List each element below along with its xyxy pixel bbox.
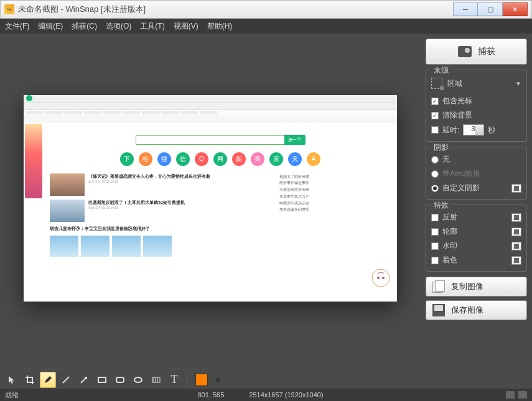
delay-spinner[interactable]: 3 bbox=[463, 124, 484, 136]
watermark-settings-button[interactable] bbox=[511, 242, 521, 251]
delay-unit: 秒 bbox=[488, 125, 495, 136]
tint-checkbox[interactable] bbox=[431, 257, 439, 264]
svg-point-1 bbox=[377, 277, 380, 279]
shadow-group: 阴影 无 带Aero效果 自定义阴影 bbox=[426, 147, 527, 200]
shadow-none-label: 无 bbox=[442, 154, 450, 165]
drawing-toolbar: T bbox=[0, 369, 421, 390]
contour-settings-button[interactable] bbox=[511, 228, 521, 236]
brush-size-indicator[interactable] bbox=[216, 378, 220, 382]
window-buttons: ─ ▢ ✕ bbox=[453, 2, 528, 16]
shadow-settings-button[interactable] bbox=[511, 184, 521, 193]
canvas-area[interactable]: 按一下 下格搜信Q网新美应天A 《择天记》落落虐恋师父令人心疼，甘心为爱牺牲成长… bbox=[0, 34, 421, 375]
svg-point-2 bbox=[382, 277, 385, 279]
chevron-down-icon: ▼ bbox=[515, 80, 521, 87]
copy-image-button[interactable]: 复制图像 bbox=[426, 277, 527, 297]
save-image-button[interactable]: 保存图像 bbox=[426, 300, 527, 320]
save-label: 保存图像 bbox=[451, 305, 483, 316]
menu-bar: 文件(F) 编辑(E) 捕获(C) 选项(O) 工具(T) 视图(V) 帮助(H… bbox=[0, 19, 532, 34]
delay-checkbox[interactable] bbox=[431, 126, 439, 134]
svg-rect-6 bbox=[116, 377, 124, 382]
status-icon-1[interactable] bbox=[506, 391, 515, 399]
tint-settings-button[interactable] bbox=[511, 256, 521, 265]
title-bar: 未命名截图 - WinSnap [未注册版本] ─ ▢ ✕ bbox=[0, 0, 532, 19]
contour-label: 轮廓 bbox=[442, 226, 457, 237]
color-swatch[interactable] bbox=[195, 374, 208, 386]
source-mode-dropdown[interactable]: 区域 ▼ bbox=[431, 75, 521, 94]
svg-rect-5 bbox=[98, 377, 106, 382]
menu-tools[interactable]: 工具(T) bbox=[140, 21, 164, 32]
shadow-aero-radio bbox=[431, 170, 439, 178]
rounded-rect-tool[interactable] bbox=[112, 372, 128, 388]
arrow-tool[interactable] bbox=[76, 372, 92, 388]
status-ready: 就绪 bbox=[5, 390, 19, 400]
pointer-tool[interactable] bbox=[4, 372, 20, 388]
copy-icon bbox=[432, 280, 445, 293]
reflection-label: 反射 bbox=[442, 212, 457, 223]
pen-tool[interactable] bbox=[40, 372, 56, 388]
ellipse-tool[interactable] bbox=[130, 372, 146, 388]
source-title: 来源 bbox=[431, 65, 451, 76]
blur-tool[interactable] bbox=[148, 372, 164, 388]
clear-bg-checkbox[interactable]: ✓ bbox=[431, 112, 439, 119]
close-button[interactable]: ✕ bbox=[503, 2, 528, 16]
maximize-button[interactable]: ▢ bbox=[478, 2, 503, 16]
app-icon bbox=[4, 4, 14, 14]
crop-tool[interactable] bbox=[22, 372, 38, 388]
reflection-checkbox[interactable] bbox=[431, 214, 439, 221]
svg-line-3 bbox=[63, 377, 69, 383]
include-cursor-label: 包含光标 bbox=[442, 96, 472, 106]
save-icon bbox=[432, 304, 445, 316]
delay-label: 延时: bbox=[442, 125, 459, 136]
shadow-none-radio[interactable] bbox=[431, 156, 439, 164]
effects-group: 特效 反射 轮廓 水印 着色 bbox=[426, 205, 527, 272]
side-panel: 捕获 来源 区域 ▼ ✓ 包含光标 ✓ 清除背景 延时: 3 秒 阴影 无 bbox=[421, 34, 532, 375]
shadow-title: 阴影 bbox=[431, 142, 451, 153]
menu-help[interactable]: 帮助(H) bbox=[207, 21, 233, 32]
watermark-label: 水印 bbox=[442, 241, 457, 251]
text-tool[interactable]: T bbox=[166, 372, 182, 388]
watermark-checkbox[interactable] bbox=[431, 242, 439, 250]
reflection-settings-button[interactable] bbox=[511, 213, 521, 222]
toolbar-separator bbox=[187, 373, 187, 387]
region-icon bbox=[431, 78, 442, 89]
status-icon-2[interactable] bbox=[518, 391, 527, 399]
menu-view[interactable]: 视图(V) bbox=[174, 21, 198, 32]
copy-label: 复制图像 bbox=[451, 281, 483, 292]
shadow-custom-radio[interactable] bbox=[431, 185, 439, 192]
capture-label: 捕获 bbox=[478, 46, 495, 57]
include-cursor-checkbox[interactable]: ✓ bbox=[431, 98, 439, 105]
svg-point-7 bbox=[134, 377, 142, 382]
svg-point-0 bbox=[372, 269, 390, 287]
rectangle-tool[interactable] bbox=[94, 372, 110, 388]
tint-label: 着色 bbox=[442, 255, 457, 265]
menu-capture[interactable]: 捕获(C) bbox=[72, 21, 97, 32]
minimize-button[interactable]: ─ bbox=[453, 2, 478, 16]
window-title: 未命名截图 - WinSnap [未注册版本] bbox=[18, 4, 453, 15]
status-dimensions: 2514x1657 (1920x1040) bbox=[249, 391, 323, 399]
source-mode-label: 区域 bbox=[447, 78, 462, 89]
line-tool[interactable] bbox=[58, 372, 74, 388]
clear-bg-label: 清除背景 bbox=[442, 110, 472, 121]
contour-checkbox[interactable] bbox=[431, 228, 439, 236]
shadow-custom-label: 自定义阴影 bbox=[442, 183, 480, 193]
status-coords: 801, 565 bbox=[197, 391, 224, 399]
effects-title: 特效 bbox=[431, 200, 451, 211]
source-group: 来源 区域 ▼ ✓ 包含光标 ✓ 清除背景 延时: 3 秒 bbox=[426, 70, 527, 142]
menu-options[interactable]: 选项(O) bbox=[106, 21, 131, 32]
svg-line-4 bbox=[81, 377, 86, 383]
menu-edit[interactable]: 编辑(E) bbox=[38, 21, 63, 32]
camera-icon bbox=[458, 46, 472, 57]
captured-image[interactable]: 按一下 下格搜信Q网新美应天A 《择天记》落落虐恋师父令人心疼，甘心为爱牺牲成长… bbox=[24, 95, 397, 302]
shadow-aero-label: 带Aero效果 bbox=[442, 168, 480, 179]
status-bar: 就绪 801, 565 2514x1657 (1920x1040) bbox=[0, 389, 532, 401]
capture-button[interactable]: 捕获 bbox=[426, 39, 527, 65]
menu-file[interactable]: 文件(F) bbox=[5, 21, 29, 32]
